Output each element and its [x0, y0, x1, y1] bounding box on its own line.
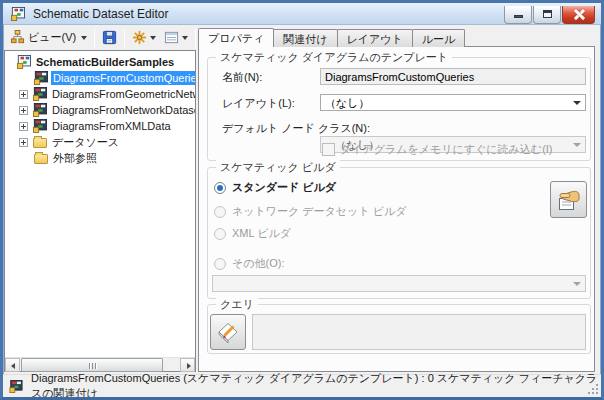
radio-label: ネットワーク データセット ビルダ: [232, 204, 406, 219]
resize-grip[interactable]: [585, 381, 598, 394]
tree-item-label: 外部参照: [51, 150, 99, 167]
scrollbar-thumb[interactable]: [21, 358, 163, 372]
tree-item-external-reference[interactable]: 外部参照: [5, 150, 195, 166]
element-types-icon: [132, 30, 147, 45]
schematic-template-icon: [33, 103, 47, 117]
close-icon: [573, 9, 585, 20]
radio-label: スタンダード ビルダ: [232, 180, 336, 195]
minimize-icon: [514, 15, 523, 18]
tab-rules[interactable]: ルール: [412, 29, 466, 47]
app-icon: [11, 7, 25, 21]
chevron-down-icon: [81, 36, 87, 40]
layout-combobox[interactable]: （なし）: [320, 94, 586, 111]
tree-root-label: SchematicBuilderSamples: [34, 55, 176, 69]
scroll-right-button[interactable]: [180, 358, 195, 372]
query-field: [252, 314, 586, 350]
toolbar-separator: [195, 29, 196, 47]
maximize-button[interactable]: [533, 6, 561, 24]
tree-item-diagramsfromcustomqueries[interactable]: DiagramsFromCustomQueries: [5, 70, 195, 86]
name-value: DiagramsFromCustomQueries: [325, 71, 474, 83]
title-bar[interactable]: Schematic Dataset Editor: [3, 3, 601, 25]
template-group: スケマティック ダイアグラムのテンプレート 名前(N): DiagramsFro…: [207, 57, 591, 161]
chevron-down-icon: [573, 143, 581, 147]
tree-item-data-source[interactable]: データソース: [5, 134, 195, 150]
builder-group-title: スケマティック ビルダ: [216, 160, 340, 175]
scroll-right-icon: [187, 363, 191, 369]
tree-item-label: DiagramsFromNetworkDataset: [50, 103, 195, 117]
radio-network-dataset-builder: ネットワーク データセット ビルダ: [214, 204, 406, 219]
radio-standard-builder[interactable]: スタンダード ビルダ: [214, 180, 336, 195]
expand-plus-icon[interactable]: [19, 106, 28, 115]
schematic-dataset-icon: [17, 55, 31, 69]
properties-tab-page: スケマティック ダイアグラムのテンプレート 名前(N): DiagramsFro…: [198, 46, 595, 372]
schematic-template-icon: [33, 87, 47, 101]
name-field[interactable]: DiagramsFromCustomQueries: [320, 68, 586, 85]
tree-item-diagramsfromnetworkdataset[interactable]: DiagramsFromNetworkDataset: [5, 102, 195, 118]
schematic-template-icon: [34, 71, 48, 85]
tree-item-label: データソース: [50, 134, 121, 151]
folder-icon: [33, 138, 47, 148]
radio-icon: [214, 206, 226, 218]
element-types-menu-button[interactable]: [128, 27, 160, 48]
other-builder-combobox: [212, 275, 586, 292]
query-group: クエリ: [207, 304, 591, 354]
chevron-down-icon: [573, 101, 581, 105]
load-in-memory-checkbox: [322, 143, 335, 156]
expand-plus-icon[interactable]: [19, 122, 28, 131]
tree-item-label: DiagramsFromXMLData: [50, 119, 173, 133]
tab-associations[interactable]: 関連付け: [273, 29, 337, 47]
dataset-tree: SchematicBuilderSamples DiagramsFromCust…: [5, 52, 195, 356]
radio-selected-icon[interactable]: [214, 182, 226, 194]
tree-item-label: DiagramsFromGeometricNetwork: [50, 87, 195, 101]
chevron-down-icon: [573, 282, 581, 286]
view-menu-button[interactable]: ビュー(V): [6, 27, 91, 48]
maximize-icon: [543, 10, 552, 18]
edit-query-button[interactable]: [210, 314, 246, 350]
tab-layout[interactable]: レイアウト: [337, 29, 413, 47]
builder-group: スケマティック ビルダ スタンダード ビルダ ネットワーク データセット ビルダ…: [207, 167, 591, 299]
layout-value: （なし）: [325, 97, 370, 109]
radio-label: その他(O):: [232, 256, 284, 271]
expand-plus-icon[interactable]: [19, 90, 28, 99]
chevron-down-icon: [182, 36, 188, 40]
tab-properties[interactable]: プロパティ: [198, 28, 274, 47]
save-icon: [102, 30, 117, 45]
default-node-class-label: デフォルト ノード クラス(N):: [222, 121, 370, 136]
query-group-title: クエリ: [216, 297, 258, 312]
hand-properties-icon: [556, 187, 582, 213]
schematic-dataset-editor-window: Schematic Dataset Editor ビュー(V): [0, 0, 604, 400]
radio-other-builder: その他(O):: [214, 256, 284, 271]
combo-arrow[interactable]: [569, 96, 584, 109]
toolbar-separator: [94, 29, 95, 47]
window-title: Schematic Dataset Editor: [33, 7, 168, 21]
view-menu-label: ビュー(V): [28, 30, 76, 45]
toolbar-separator: [124, 29, 125, 47]
tree-item-diagramsfromgeometricnetwork[interactable]: DiagramsFromGeometricNetwork: [5, 86, 195, 102]
builder-properties-button[interactable]: [550, 181, 587, 218]
combo-arrow: [569, 277, 584, 290]
display-list-icon: [164, 30, 179, 45]
status-text: DiagramsFromCustomQueries (スケマティック ダイアグラ…: [31, 371, 601, 400]
minimize-button[interactable]: [504, 6, 532, 24]
tab-strip: プロパティ 関連付け レイアウト ルール: [198, 28, 464, 47]
tree-root-schematicbuildersamples[interactable]: SchematicBuilderSamples: [5, 54, 195, 70]
scroll-left-button[interactable]: [5, 358, 20, 372]
load-in-memory-label: ダイアグラムをメモリにすぐに読み込む(I): [340, 142, 553, 157]
save-button[interactable]: [98, 27, 121, 48]
radio-icon: [214, 258, 226, 270]
status-bar: DiagramsFromCustomQueries (スケマティック ダイアグラ…: [3, 374, 601, 397]
combo-arrow: [569, 138, 584, 151]
display-options-menu-button[interactable]: [160, 27, 192, 48]
scroll-left-icon: [11, 363, 15, 369]
window-body: ビュー(V): [3, 25, 601, 397]
layout-label: レイアウト(L):: [222, 96, 295, 111]
folder-icon: [34, 154, 48, 164]
tree-item-diagramsfromxmldata[interactable]: DiagramsFromXMLData: [5, 118, 195, 134]
tree-horizontal-scrollbar[interactable]: [5, 357, 195, 371]
load-in-memory-row: ダイアグラムをメモリにすぐに読み込む(I): [322, 142, 553, 157]
template-group-title: スケマティック ダイアグラムのテンプレート: [216, 50, 452, 65]
schematic-views-icon: [10, 30, 25, 45]
query-pencil-icon: [215, 319, 241, 345]
expand-plus-icon[interactable]: [19, 138, 28, 147]
close-button[interactable]: [562, 6, 595, 24]
